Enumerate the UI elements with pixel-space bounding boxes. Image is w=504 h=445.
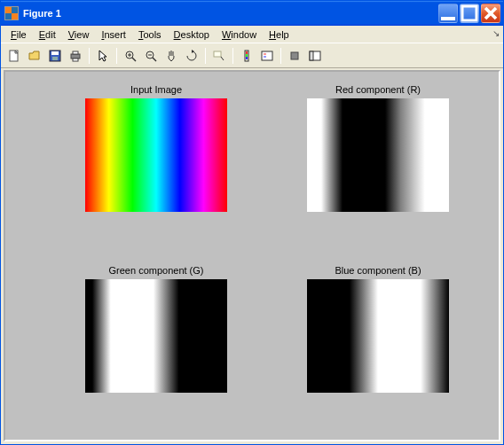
svg-rect-11 xyxy=(214,51,221,57)
figure-canvas[interactable]: Input Image Red component (R) Green comp… xyxy=(4,70,500,441)
open-button[interactable] xyxy=(25,46,44,66)
close-button[interactable] xyxy=(481,4,500,23)
subplot-title-red: Red component (R) xyxy=(335,84,421,95)
toolbar-separator xyxy=(232,48,233,64)
svg-rect-1 xyxy=(462,6,476,20)
subplot-title-blue: Blue component (B) xyxy=(335,265,421,276)
menu-view[interactable]: View xyxy=(62,27,96,42)
svg-rect-4 xyxy=(51,51,59,55)
pan-button[interactable] xyxy=(161,46,181,66)
svg-rect-14 xyxy=(246,54,248,57)
window-title: Figure 1 xyxy=(23,8,438,19)
subplot-green: Green component (G) xyxy=(85,265,227,393)
data-cursor-button[interactable] xyxy=(209,46,229,66)
menu-desktop[interactable]: Desktop xyxy=(168,27,216,42)
subplot-title-green: Green component (G) xyxy=(109,265,204,276)
subplot-blue: Blue component (B) xyxy=(307,265,449,393)
subplot-input: Input Image xyxy=(85,84,227,212)
menu-window[interactable]: Window xyxy=(216,27,263,42)
pointer-button[interactable] xyxy=(93,46,113,66)
dock-corner-icon[interactable]: ↘ xyxy=(492,28,500,38)
toolbar-separator xyxy=(89,48,90,64)
toolbar-separator xyxy=(280,48,281,64)
zoom-out-button[interactable] xyxy=(141,46,161,66)
svg-rect-15 xyxy=(246,57,248,59)
titlebar[interactable]: Figure 1 xyxy=(1,1,503,26)
show-tools-button[interactable] xyxy=(305,46,325,66)
blue-component-image xyxy=(307,279,449,393)
save-button[interactable] xyxy=(45,46,65,66)
red-component-image xyxy=(307,98,449,212)
toolbar-separator xyxy=(116,48,117,64)
svg-rect-5 xyxy=(52,57,58,60)
svg-rect-13 xyxy=(246,51,248,54)
zoom-in-button[interactable] xyxy=(121,46,140,66)
maximize-button[interactable] xyxy=(460,4,479,23)
svg-rect-8 xyxy=(73,59,78,61)
svg-rect-7 xyxy=(73,51,78,54)
menu-tools[interactable]: Tools xyxy=(132,27,168,42)
input-image xyxy=(85,98,227,212)
toolbar xyxy=(1,43,503,68)
matlab-icon xyxy=(4,6,19,20)
svg-rect-0 xyxy=(441,17,455,20)
menu-edit[interactable]: Edit xyxy=(33,27,62,42)
new-figure-button[interactable] xyxy=(4,46,24,66)
menu-insert[interactable]: Insert xyxy=(95,27,132,42)
green-component-image xyxy=(85,279,227,393)
menubar: File Edit View Insert Tools Desktop Wind… xyxy=(1,26,503,43)
menu-help[interactable]: Help xyxy=(263,27,295,42)
svg-rect-6 xyxy=(71,54,80,59)
svg-rect-17 xyxy=(291,52,298,59)
print-button[interactable] xyxy=(66,46,85,66)
subplot-title-input: Input Image xyxy=(130,84,182,95)
svg-rect-19 xyxy=(310,51,313,60)
figure-window: Figure 1 File Edit View Insert Tools Des… xyxy=(0,0,504,445)
colorbar-button[interactable] xyxy=(237,46,256,66)
hide-tools-button[interactable] xyxy=(285,46,304,66)
minimize-button[interactable] xyxy=(438,4,458,23)
svg-rect-16 xyxy=(262,51,272,60)
toolbar-separator xyxy=(205,48,206,64)
window-buttons xyxy=(438,4,500,23)
rotate-button[interactable] xyxy=(182,46,201,66)
menu-file[interactable]: File xyxy=(4,27,33,42)
subplot-red: Red component (R) xyxy=(307,84,449,212)
legend-button[interactable] xyxy=(257,46,277,66)
